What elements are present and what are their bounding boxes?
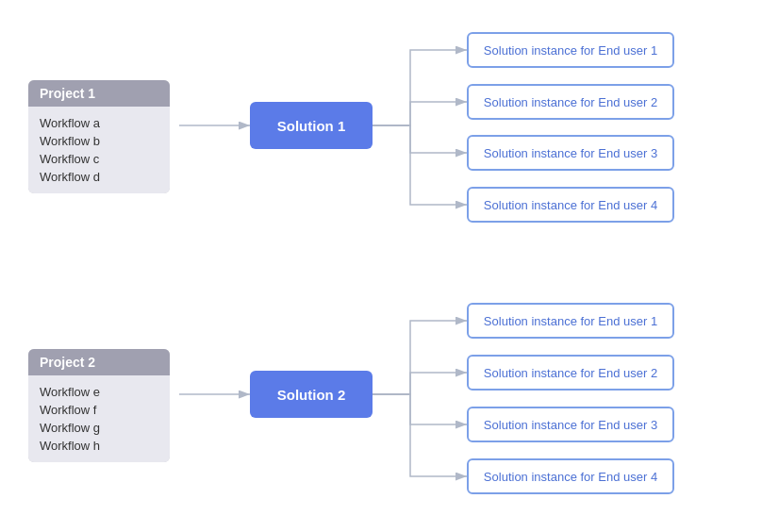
solution-1-box: Solution 1 — [250, 102, 373, 149]
solution-2-box: Solution 2 — [250, 371, 373, 418]
project-1-body: Workflow a Workflow b Workflow c Workflo… — [28, 107, 170, 193]
instance-box: Solution instance for End user 3 — [467, 135, 674, 171]
workflow-item: Workflow h — [40, 437, 158, 455]
project-1-header: Project 1 — [28, 80, 170, 107]
project-2-header: Project 2 — [28, 349, 170, 375]
diagram: Project 1 Workflow a Workflow b Workflow… — [0, 0, 762, 532]
workflow-item: Workflow c — [40, 150, 158, 168]
instance-box: Solution instance for End user 1 — [467, 303, 674, 339]
workflow-item: Workflow g — [40, 419, 158, 437]
workflow-item: Workflow b — [40, 132, 158, 150]
instance-box: Solution instance for End user 2 — [467, 84, 674, 120]
project-1-box: Project 1 Workflow a Workflow b Workflow… — [28, 80, 170, 193]
project-2-box: Project 2 Workflow e Workflow f Workflow… — [28, 349, 170, 462]
instance-box: Solution instance for End user 4 — [467, 458, 674, 494]
instance-box: Solution instance for End user 1 — [467, 32, 674, 68]
workflow-item: Workflow e — [40, 383, 158, 401]
instance-box: Solution instance for End user 3 — [467, 407, 674, 442]
instance-box: Solution instance for End user 4 — [467, 187, 674, 223]
workflow-item: Workflow d — [40, 168, 158, 186]
workflow-item: Workflow f — [40, 401, 158, 419]
workflow-item: Workflow a — [40, 114, 158, 132]
instance-box: Solution instance for End user 2 — [467, 355, 674, 391]
project-2-body: Workflow e Workflow f Workflow g Workflo… — [28, 375, 170, 462]
